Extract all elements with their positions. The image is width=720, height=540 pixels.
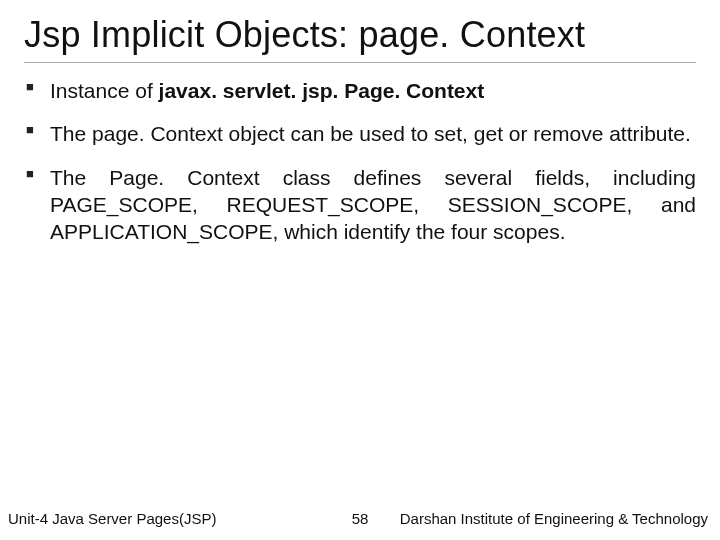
footer-left: Unit-4 Java Server Pages(JSP): [8, 510, 216, 527]
bullet-item-3: The Page. Context class defines several …: [24, 164, 696, 246]
slide-title: Jsp Implicit Objects: page. Context: [24, 14, 696, 63]
bullet-item-2: The page. Context object can be used to …: [24, 120, 696, 147]
slide-body: Instance of javax. servlet. jsp. Page. C…: [24, 77, 696, 245]
footer-right: Darshan Institute of Engineering & Techn…: [400, 510, 708, 527]
bullet-1-bold: javax. servlet. jsp. Page. Context: [159, 79, 485, 102]
bullet-list: Instance of javax. servlet. jsp. Page. C…: [24, 77, 696, 245]
slide: Jsp Implicit Objects: page. Context Inst…: [0, 0, 720, 540]
bullet-item-1: Instance of javax. servlet. jsp. Page. C…: [24, 77, 696, 104]
bullet-1-prefix: Instance of: [50, 79, 159, 102]
footer: Unit-4 Java Server Pages(JSP) 58 Darshan…: [0, 506, 720, 530]
